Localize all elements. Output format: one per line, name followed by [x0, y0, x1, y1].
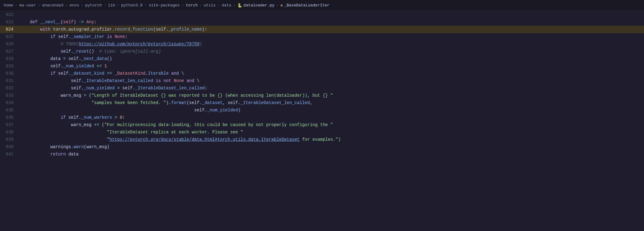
- breadcrumb-sep: ›: [117, 3, 119, 8]
- code-editor: 622 623 def __next__(self) -> Any: 624 w…: [0, 11, 644, 158]
- breadcrumb-item-utils[interactable]: utils: [204, 3, 216, 8]
- line-number: 635: [0, 106, 18, 114]
- line-content: data = self._next_data(): [18, 55, 644, 62]
- breadcrumb-sep: ›: [144, 3, 147, 8]
- breadcrumb-sep: ›: [276, 3, 279, 8]
- line-number: 629: [0, 62, 18, 70]
- code-line-629: 629 self._num_yielded += 1: [0, 62, 644, 70]
- breadcrumb-item-sitepackages[interactable]: site-packages: [149, 3, 180, 8]
- class-icon: ⊕: [280, 3, 283, 8]
- line-number: 625: [0, 33, 18, 40]
- line-number: 632: [0, 84, 18, 92]
- code-line-630: 630 if self._dataset_kind == _DatasetKin…: [0, 70, 644, 77]
- code-line-633: 633 warn_msg = ("Length of IterableDatas…: [0, 92, 644, 99]
- code-line-640: 640 warnings.warn(warn_msg): [0, 143, 644, 151]
- code-line-636: 636 if self._num_workers > 0:: [0, 114, 644, 121]
- breadcrumb-sep: ›: [199, 3, 202, 8]
- line-content: warn_msg = ("Length of IterableDataset {…: [18, 92, 644, 99]
- line-content: warnings.warn(warn_msg): [18, 143, 644, 151]
- code-line-631: 631 self._IterableDataset_len_called is …: [0, 77, 644, 84]
- line-content: with torch.autograd.profiler.record_func…: [18, 26, 644, 33]
- line-content: # TODO(https://github.com/pytorch/pytorc…: [18, 40, 644, 48]
- breadcrumb: home › ma-user › anaconda3 › envs › pyto…: [0, 0, 644, 11]
- breadcrumb-sep: ›: [81, 3, 83, 8]
- code-line-641: 641 return data: [0, 151, 644, 158]
- breadcrumb-sep: ›: [217, 3, 220, 8]
- breadcrumb-sep: ›: [104, 3, 106, 8]
- breadcrumb-item-anaconda3[interactable]: anaconda3: [42, 3, 63, 8]
- line-content: if self._sampler_iter is None:: [18, 33, 644, 40]
- code-line-635: 635 self._num_yielded): [0, 106, 644, 114]
- line-content: warn_msg += ("For multiprocessing data-l…: [18, 121, 644, 129]
- breadcrumb-item-lib[interactable]: lib: [108, 3, 115, 8]
- breadcrumb-item-data[interactable]: data: [222, 3, 231, 8]
- code-line-624: 624 with torch.autograd.profiler.record_…: [0, 26, 644, 33]
- code-line-634: 634 "samples have been fetched. ").forma…: [0, 99, 644, 106]
- line-content: "IterableDataset replica at each worker.…: [18, 129, 644, 136]
- code-line-638: 638 "IterableDataset replica at each wor…: [0, 129, 644, 136]
- breadcrumb-item-python38[interactable]: python3.8: [121, 3, 142, 8]
- file-icon: 🐍: [237, 3, 242, 8]
- line-number: 623: [0, 18, 18, 26]
- line-number: 641: [0, 151, 18, 158]
- code-line-622: 622: [0, 11, 644, 18]
- code-line-623: 623 def __next__(self) -> Any:: [0, 18, 644, 26]
- code-line-627: 627 self._reset() # type: ignore[call-ar…: [0, 48, 644, 55]
- breadcrumb-item-file[interactable]: dataloader.py: [243, 3, 274, 8]
- line-content: "https://pytorch.org/docs/stable/data.ht…: [18, 136, 644, 143]
- line-content: self._IterableDataset_len_called is not …: [18, 77, 644, 84]
- breadcrumb-item-envs[interactable]: envs: [69, 3, 79, 8]
- breadcrumb-sep: ›: [233, 3, 235, 8]
- line-content: self._num_yielded): [18, 106, 644, 114]
- line-number: 630: [0, 70, 18, 77]
- breadcrumb-sep: ›: [65, 3, 68, 8]
- code-line-637: 637 warn_msg += ("For multiprocessing da…: [0, 121, 644, 129]
- line-content: def __next__(self) -> Any:: [18, 18, 644, 26]
- breadcrumb-sep: ›: [15, 3, 17, 8]
- code-line-625: 625 if self._sampler_iter is None:: [0, 33, 644, 40]
- line-number: 640: [0, 143, 18, 151]
- line-number: 631: [0, 77, 18, 84]
- line-content: return data: [18, 151, 644, 158]
- line-content: if self._num_workers > 0:: [18, 114, 644, 121]
- breadcrumb-item-pytorch[interactable]: pytorch: [85, 3, 102, 8]
- breadcrumb-sep: ›: [182, 3, 184, 8]
- line-number: 637: [0, 121, 18, 129]
- line-number: 639: [0, 136, 18, 143]
- line-number: 627: [0, 48, 18, 55]
- breadcrumb-item-home[interactable]: home: [4, 3, 13, 8]
- line-number: 622: [0, 11, 18, 18]
- line-content: self._num_yielded > self._IterableDatase…: [18, 84, 644, 92]
- line-content: if self._dataset_kind == _DatasetKind.It…: [18, 70, 644, 77]
- line-number: 628: [0, 55, 18, 62]
- line-content: "samples have been fetched. ").format(se…: [18, 99, 644, 106]
- code-line-626: 626 # TODO(https://github.com/pytorch/py…: [0, 40, 644, 48]
- line-number: 636: [0, 114, 18, 121]
- code-line-628: 628 data = self._next_data(): [0, 55, 644, 62]
- line-content: self._reset() # type: ignore[call-arg]: [18, 48, 644, 55]
- code-line-632: 632 self._num_yielded > self._IterableDa…: [0, 84, 644, 92]
- line-number: 638: [0, 129, 18, 136]
- breadcrumb-item-torch[interactable]: torch: [186, 3, 198, 8]
- breadcrumb-item-class[interactable]: _BaseDataLoaderIter: [284, 3, 329, 8]
- line-content: self._num_yielded += 1: [18, 62, 644, 70]
- line-number: 626: [0, 40, 18, 48]
- breadcrumb-sep: ›: [38, 3, 40, 8]
- code-line-639: 639 "https://pytorch.org/docs/stable/dat…: [0, 136, 644, 143]
- line-number: 633: [0, 92, 18, 99]
- breadcrumb-item-mauser[interactable]: ma-user: [19, 3, 36, 8]
- line-number: 634: [0, 99, 18, 106]
- line-number: 624: [0, 26, 18, 33]
